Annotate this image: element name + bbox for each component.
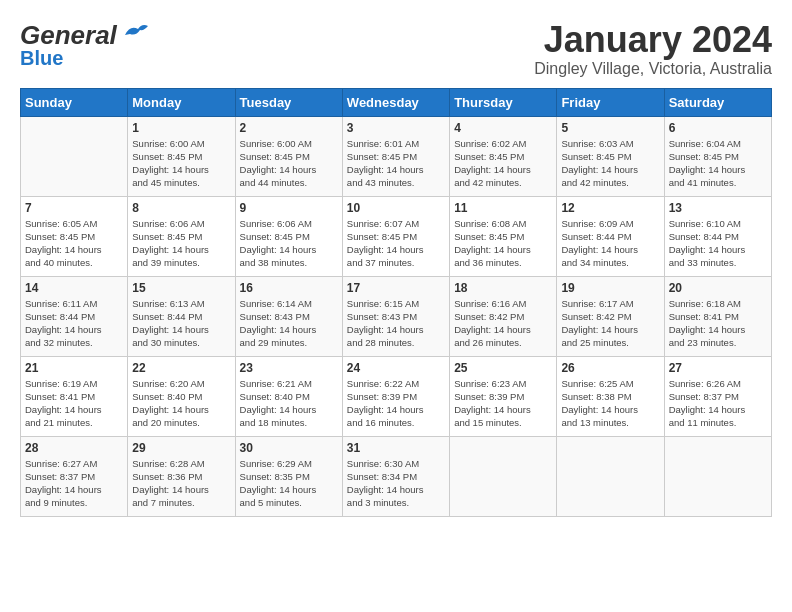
day-content: Sunrise: 6:30 AM Sunset: 8:34 PM Dayligh… [347, 457, 445, 510]
day-number: 21 [25, 361, 123, 375]
calendar-cell: 25Sunrise: 6:23 AM Sunset: 8:39 PM Dayli… [450, 356, 557, 436]
day-number: 10 [347, 201, 445, 215]
page-header: General Blue January 2024 Dingley Villag… [20, 20, 772, 78]
day-number: 27 [669, 361, 767, 375]
title-block: January 2024 Dingley Village, Victoria, … [534, 20, 772, 78]
calendar-week-row: 14Sunrise: 6:11 AM Sunset: 8:44 PM Dayli… [21, 276, 772, 356]
calendar-cell: 13Sunrise: 6:10 AM Sunset: 8:44 PM Dayli… [664, 196, 771, 276]
day-number: 25 [454, 361, 552, 375]
day-content: Sunrise: 6:13 AM Sunset: 8:44 PM Dayligh… [132, 297, 230, 350]
calendar-cell: 4Sunrise: 6:02 AM Sunset: 8:45 PM Daylig… [450, 116, 557, 196]
weekday-header: Thursday [450, 88, 557, 116]
day-content: Sunrise: 6:00 AM Sunset: 8:45 PM Dayligh… [132, 137, 230, 190]
calendar-cell: 29Sunrise: 6:28 AM Sunset: 8:36 PM Dayli… [128, 436, 235, 516]
calendar-cell [557, 436, 664, 516]
calendar-cell: 11Sunrise: 6:08 AM Sunset: 8:45 PM Dayli… [450, 196, 557, 276]
day-number: 4 [454, 121, 552, 135]
day-number: 31 [347, 441, 445, 455]
logo-bird-icon [120, 21, 150, 43]
day-number: 17 [347, 281, 445, 295]
calendar-week-row: 1Sunrise: 6:00 AM Sunset: 8:45 PM Daylig… [21, 116, 772, 196]
day-number: 24 [347, 361, 445, 375]
day-content: Sunrise: 6:22 AM Sunset: 8:39 PM Dayligh… [347, 377, 445, 430]
calendar-cell: 3Sunrise: 6:01 AM Sunset: 8:45 PM Daylig… [342, 116, 449, 196]
day-content: Sunrise: 6:05 AM Sunset: 8:45 PM Dayligh… [25, 217, 123, 270]
calendar-cell: 28Sunrise: 6:27 AM Sunset: 8:37 PM Dayli… [21, 436, 128, 516]
weekday-header: Saturday [664, 88, 771, 116]
day-content: Sunrise: 6:21 AM Sunset: 8:40 PM Dayligh… [240, 377, 338, 430]
calendar-cell: 12Sunrise: 6:09 AM Sunset: 8:44 PM Dayli… [557, 196, 664, 276]
calendar-cell: 9Sunrise: 6:06 AM Sunset: 8:45 PM Daylig… [235, 196, 342, 276]
calendar-cell: 5Sunrise: 6:03 AM Sunset: 8:45 PM Daylig… [557, 116, 664, 196]
day-content: Sunrise: 6:03 AM Sunset: 8:45 PM Dayligh… [561, 137, 659, 190]
day-content: Sunrise: 6:11 AM Sunset: 8:44 PM Dayligh… [25, 297, 123, 350]
calendar-cell: 24Sunrise: 6:22 AM Sunset: 8:39 PM Dayli… [342, 356, 449, 436]
calendar-cell: 14Sunrise: 6:11 AM Sunset: 8:44 PM Dayli… [21, 276, 128, 356]
calendar-cell: 8Sunrise: 6:06 AM Sunset: 8:45 PM Daylig… [128, 196, 235, 276]
calendar-week-row: 7Sunrise: 6:05 AM Sunset: 8:45 PM Daylig… [21, 196, 772, 276]
day-number: 12 [561, 201, 659, 215]
calendar-cell: 18Sunrise: 6:16 AM Sunset: 8:42 PM Dayli… [450, 276, 557, 356]
calendar-cell: 16Sunrise: 6:14 AM Sunset: 8:43 PM Dayli… [235, 276, 342, 356]
day-content: Sunrise: 6:20 AM Sunset: 8:40 PM Dayligh… [132, 377, 230, 430]
day-content: Sunrise: 6:25 AM Sunset: 8:38 PM Dayligh… [561, 377, 659, 430]
calendar-cell: 26Sunrise: 6:25 AM Sunset: 8:38 PM Dayli… [557, 356, 664, 436]
day-content: Sunrise: 6:28 AM Sunset: 8:36 PM Dayligh… [132, 457, 230, 510]
calendar-cell: 1Sunrise: 6:00 AM Sunset: 8:45 PM Daylig… [128, 116, 235, 196]
day-number: 11 [454, 201, 552, 215]
calendar-cell: 2Sunrise: 6:00 AM Sunset: 8:45 PM Daylig… [235, 116, 342, 196]
day-content: Sunrise: 6:02 AM Sunset: 8:45 PM Dayligh… [454, 137, 552, 190]
calendar-cell: 20Sunrise: 6:18 AM Sunset: 8:41 PM Dayli… [664, 276, 771, 356]
day-content: Sunrise: 6:06 AM Sunset: 8:45 PM Dayligh… [240, 217, 338, 270]
calendar-cell: 17Sunrise: 6:15 AM Sunset: 8:43 PM Dayli… [342, 276, 449, 356]
calendar-cell: 31Sunrise: 6:30 AM Sunset: 8:34 PM Dayli… [342, 436, 449, 516]
day-content: Sunrise: 6:00 AM Sunset: 8:45 PM Dayligh… [240, 137, 338, 190]
day-number: 3 [347, 121, 445, 135]
day-content: Sunrise: 6:09 AM Sunset: 8:44 PM Dayligh… [561, 217, 659, 270]
calendar-cell [664, 436, 771, 516]
day-content: Sunrise: 6:01 AM Sunset: 8:45 PM Dayligh… [347, 137, 445, 190]
calendar-cell: 27Sunrise: 6:26 AM Sunset: 8:37 PM Dayli… [664, 356, 771, 436]
weekday-header-row: SundayMondayTuesdayWednesdayThursdayFrid… [21, 88, 772, 116]
calendar-cell [450, 436, 557, 516]
weekday-header: Tuesday [235, 88, 342, 116]
day-content: Sunrise: 6:19 AM Sunset: 8:41 PM Dayligh… [25, 377, 123, 430]
calendar-cell: 6Sunrise: 6:04 AM Sunset: 8:45 PM Daylig… [664, 116, 771, 196]
logo: General Blue [20, 20, 150, 70]
calendar-cell: 19Sunrise: 6:17 AM Sunset: 8:42 PM Dayli… [557, 276, 664, 356]
day-content: Sunrise: 6:16 AM Sunset: 8:42 PM Dayligh… [454, 297, 552, 350]
day-content: Sunrise: 6:27 AM Sunset: 8:37 PM Dayligh… [25, 457, 123, 510]
day-content: Sunrise: 6:04 AM Sunset: 8:45 PM Dayligh… [669, 137, 767, 190]
calendar-body: 1Sunrise: 6:00 AM Sunset: 8:45 PM Daylig… [21, 116, 772, 516]
day-number: 26 [561, 361, 659, 375]
day-number: 14 [25, 281, 123, 295]
weekday-header: Monday [128, 88, 235, 116]
weekday-header: Sunday [21, 88, 128, 116]
calendar-cell: 10Sunrise: 6:07 AM Sunset: 8:45 PM Dayli… [342, 196, 449, 276]
day-number: 2 [240, 121, 338, 135]
day-content: Sunrise: 6:18 AM Sunset: 8:41 PM Dayligh… [669, 297, 767, 350]
day-number: 5 [561, 121, 659, 135]
calendar-cell [21, 116, 128, 196]
calendar-table: SundayMondayTuesdayWednesdayThursdayFrid… [20, 88, 772, 517]
day-content: Sunrise: 6:08 AM Sunset: 8:45 PM Dayligh… [454, 217, 552, 270]
day-content: Sunrise: 6:14 AM Sunset: 8:43 PM Dayligh… [240, 297, 338, 350]
day-number: 15 [132, 281, 230, 295]
calendar-cell: 21Sunrise: 6:19 AM Sunset: 8:41 PM Dayli… [21, 356, 128, 436]
calendar-cell: 22Sunrise: 6:20 AM Sunset: 8:40 PM Dayli… [128, 356, 235, 436]
day-number: 16 [240, 281, 338, 295]
day-number: 22 [132, 361, 230, 375]
day-number: 28 [25, 441, 123, 455]
day-number: 7 [25, 201, 123, 215]
day-content: Sunrise: 6:07 AM Sunset: 8:45 PM Dayligh… [347, 217, 445, 270]
day-content: Sunrise: 6:17 AM Sunset: 8:42 PM Dayligh… [561, 297, 659, 350]
calendar-cell: 23Sunrise: 6:21 AM Sunset: 8:40 PM Dayli… [235, 356, 342, 436]
day-number: 1 [132, 121, 230, 135]
day-number: 29 [132, 441, 230, 455]
day-content: Sunrise: 6:15 AM Sunset: 8:43 PM Dayligh… [347, 297, 445, 350]
day-content: Sunrise: 6:26 AM Sunset: 8:37 PM Dayligh… [669, 377, 767, 430]
day-number: 23 [240, 361, 338, 375]
weekday-header: Friday [557, 88, 664, 116]
calendar-cell: 30Sunrise: 6:29 AM Sunset: 8:35 PM Dayli… [235, 436, 342, 516]
calendar-week-row: 28Sunrise: 6:27 AM Sunset: 8:37 PM Dayli… [21, 436, 772, 516]
